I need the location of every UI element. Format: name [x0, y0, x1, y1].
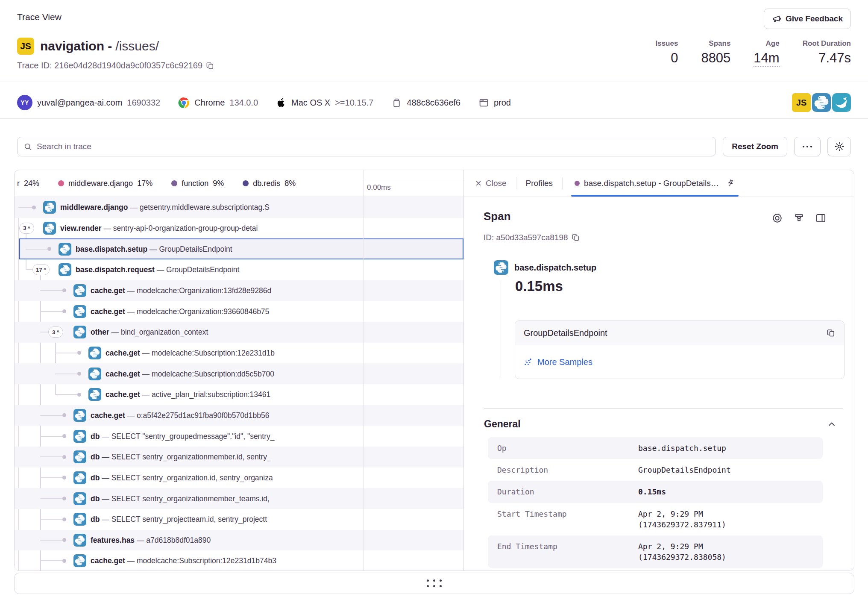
drag-grip-icon[interactable] — [427, 579, 442, 587]
samples-header: GroupDetailsEndpoint — [515, 321, 844, 345]
python-icon — [73, 450, 86, 463]
python-icon — [494, 260, 508, 275]
span-tree-row[interactable]: db — SELECT "sentry_groupedmessage"."id"… — [15, 426, 463, 447]
python-icon — [59, 243, 71, 256]
general-section-header: General — [484, 418, 837, 430]
tree-node-dot — [62, 518, 66, 521]
tree-node-dot — [62, 559, 66, 563]
expand-chip[interactable]: 3^ — [48, 326, 63, 338]
connector-line — [26, 249, 50, 250]
span-tree-row[interactable]: cache.get — modelcache:Subscription:12e2… — [15, 343, 463, 364]
row-key: Op — [497, 443, 638, 453]
stat-label: Age — [754, 39, 779, 48]
gear-icon — [834, 141, 845, 152]
span-tree-row[interactable]: cache.get — modelcache:Organization:13fd… — [15, 280, 463, 301]
megaphone-icon — [772, 14, 781, 24]
search-input[interactable] — [37, 142, 710, 151]
stat-value: 14m — [754, 50, 779, 67]
page-title: Trace View — [17, 9, 62, 22]
focus-icon[interactable] — [771, 212, 783, 224]
legend-label: db.redis — [253, 179, 280, 188]
python-icon — [73, 471, 86, 484]
span-tree-row[interactable]: db — SELECT sentry_organizationmember.id… — [15, 447, 463, 468]
copy-icon[interactable] — [827, 329, 836, 338]
tree-node-dot — [62, 434, 66, 438]
panel-resizer[interactable] — [14, 573, 854, 594]
user-id: 1690332 — [127, 98, 160, 108]
pin-icon[interactable] — [726, 179, 735, 188]
copy-icon[interactable] — [572, 233, 580, 242]
zoom-into-span-icon[interactable] — [793, 212, 805, 224]
more-options-button[interactable] — [794, 137, 821, 156]
timeline-axis-label: 0.00ms — [363, 181, 463, 192]
span-row-label: view.render — sentry-api-0-organization-… — [60, 224, 362, 232]
legend-pct: 24% — [24, 179, 39, 188]
more-samples-link[interactable]: More Samples — [524, 357, 592, 367]
span-tree-row[interactable]: base.dispatch.setup — GroupDetailsEndpoi… — [15, 238, 463, 259]
tab-profiles[interactable]: Profiles — [526, 170, 553, 197]
reset-zoom-button[interactable]: Reset Zoom — [723, 137, 787, 156]
python-icon — [88, 368, 101, 380]
python-icon — [88, 388, 101, 401]
span-tree-row[interactable]: features.has — a7d618b8df01a890 — [15, 530, 463, 551]
span-tree-row[interactable]: db — SELECT sentry_organization.id, sent… — [15, 468, 463, 488]
timeline-divider — [363, 170, 364, 571]
span-tree-row[interactable]: cache.get — active_plan_trial:subscripti… — [15, 384, 463, 405]
device-icon — [391, 97, 402, 108]
general-table: Op base.dispatch.setup Description Group… — [488, 437, 823, 568]
settings-button[interactable] — [827, 137, 851, 156]
tree-node-dot — [32, 206, 36, 209]
span-tree-row[interactable]: cache.get — modelcache:Subscription:12e2… — [15, 550, 463, 571]
timeline-axis: 0.00ms — [363, 170, 463, 197]
stat-label: Root Duration — [803, 39, 851, 48]
connector-line — [40, 477, 65, 478]
platform-icon-python — [812, 93, 831, 112]
panel-divider[interactable] — [463, 170, 464, 571]
span-tree-row[interactable]: db — SELECT sentry_projectteam.id, sentr… — [15, 509, 463, 530]
span-tree-row[interactable]: 3^ other — bind_organization_context — [15, 322, 463, 343]
tab-close[interactable]: × Close — [475, 170, 507, 197]
legend-item[interactable]: db.redis 8% — [243, 179, 296, 188]
trace-toolbar: Reset Zoom — [17, 137, 851, 156]
expand-chip[interactable]: 17^ — [32, 264, 50, 275]
python-icon — [73, 492, 86, 505]
tab-divider — [516, 177, 516, 189]
span-tree-row[interactable]: 17^ base.dispatch.request — GroupDetails… — [15, 259, 463, 280]
row-key: Duration — [497, 486, 638, 497]
legend-item[interactable]: function 9% — [171, 179, 224, 188]
legend-item[interactable]: middleware.django 17% — [58, 179, 152, 188]
event-meta-row: YY yuval@pangea-ai.com 1690332 Chrome 13… — [17, 90, 851, 115]
connector-line — [40, 415, 65, 416]
span-tree-row[interactable]: cache.get — o:a5f42e275d1ac91fba90f0b570… — [15, 405, 463, 426]
row-value: 0.15ms — [638, 486, 666, 497]
span-tree-row[interactable]: middleware.django — getsentry.middleware… — [15, 197, 463, 218]
span-tree-row[interactable]: 3^ view.render — sentry-api-0-organizati… — [15, 218, 463, 239]
copy-icon[interactable] — [206, 62, 214, 70]
connector-line — [40, 436, 65, 437]
trace-title: navigation -/issues/ — [40, 39, 159, 53]
tab-span-active[interactable]: base.dispatch.setup - GroupDetails… — [572, 170, 738, 197]
give-feedback-button[interactable]: Give Feedback — [764, 9, 851, 29]
connector-line — [55, 374, 79, 374]
stat-value: 8805 — [701, 50, 730, 66]
top-header: Trace View Give Feedback — [17, 9, 851, 29]
span-tree-row[interactable]: cache.get — modelcache:Subscription:dd5c… — [15, 363, 463, 384]
tree-node-dot — [62, 538, 66, 542]
row-key: Description — [497, 465, 638, 475]
search-box[interactable] — [17, 137, 716, 156]
span-row-label: db — SELECT sentry_organizationmember.id… — [91, 453, 362, 462]
split-view-icon[interactable] — [815, 212, 827, 224]
browser-meta: Chrome 134.0.0 — [178, 97, 258, 109]
chevron-up-icon[interactable] — [827, 419, 837, 429]
span-row-label: middleware.django — getsentry.middleware… — [60, 203, 362, 212]
expand-chip[interactable]: 3^ — [19, 223, 34, 234]
trace-op: navigation - — [40, 39, 112, 53]
span-tree-row[interactable]: db — SELECT sentry_organizationmember_te… — [15, 488, 463, 509]
span-tree-row[interactable]: cache.get — modelcache:Organization:9366… — [15, 301, 463, 322]
span-row-label: base.dispatch.request — GroupDetailsEndp… — [76, 265, 362, 274]
span-id: ID: a50d33a597ca8198 — [484, 233, 580, 242]
legend-item[interactable]: r 24% — [17, 179, 39, 188]
profile-samples-icon — [524, 357, 533, 367]
tree-node-dot — [62, 455, 66, 459]
platform-icon-falcon — [832, 93, 851, 112]
